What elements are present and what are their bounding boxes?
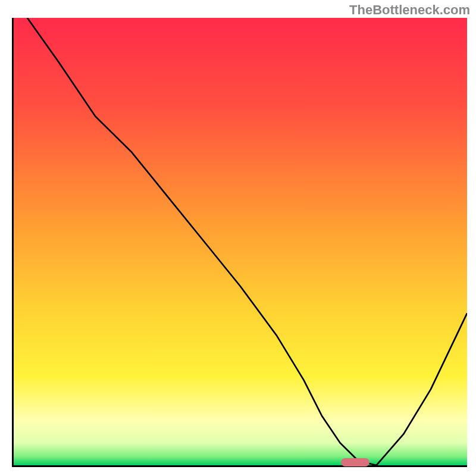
bottleneck-curve-path bbox=[27, 18, 467, 465]
chart-container: TheBottleneck.com bbox=[0, 0, 476, 476]
watermark-text: TheBottleneck.com bbox=[349, 2, 470, 18]
plot-area bbox=[12, 18, 467, 467]
curve-svg bbox=[14, 18, 467, 465]
optimal-marker bbox=[341, 458, 369, 466]
